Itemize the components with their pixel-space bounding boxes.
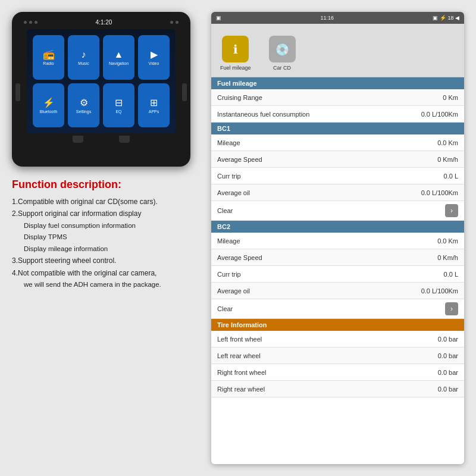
cruising-range-value: 0 Km	[443, 94, 458, 101]
dot5	[176, 21, 178, 24]
bc2-clear-label: Clear	[217, 305, 233, 312]
right-front-wheel-row: Right front wheel 0.0 bar	[211, 364, 464, 381]
func-item-2: 2.Support original car information displ…	[12, 208, 202, 220]
fuel-mileage-icon-box: ℹ	[222, 36, 249, 62]
right-front-wheel-value: 0.0 bar	[438, 369, 458, 376]
bc1-clear-row: Clear ›	[211, 201, 464, 221]
device-dot-row	[24, 21, 37, 24]
car-cd-label: Car CD	[273, 65, 291, 71]
bc1-avg-oil-value: 0.0 L/100Km	[421, 189, 458, 196]
mount-right	[119, 136, 130, 143]
android-screen: ▣ 11:16 ▣ ⚡ 18 ◀ ℹ Fuel mileage 💿 Car CD	[211, 12, 464, 464]
bc1-curr-trip-value: 0.0 L	[444, 173, 458, 180]
radio-label: Radio	[43, 61, 54, 65]
cruising-range-row: Cruising Range 0 Km	[211, 89, 464, 106]
device-top-bar: 4:1:20	[24, 19, 178, 26]
device-dot-row2	[170, 21, 178, 24]
right-rear-wheel-value: 0.0 bar	[438, 386, 458, 393]
func-item-3: 3.Support steering wheel control.	[12, 255, 202, 267]
app-eq[interactable]: ⊟ EQ	[103, 83, 134, 128]
app-radio[interactable]: 📻 Radio	[33, 35, 64, 80]
dot1	[24, 21, 27, 24]
right-front-wheel-label: Right front wheel	[217, 369, 267, 376]
dot2	[29, 21, 32, 24]
car-cd-icon: 💿	[275, 42, 290, 57]
bc2-header: BC2	[211, 221, 464, 233]
bc1-mileage-label: Mileage	[217, 139, 240, 146]
bc1-avg-speed-value: 0 Km/h	[437, 156, 458, 163]
instant-fuel-label: Instantaneous fuel consumption	[217, 111, 309, 118]
cruising-range-label: Cruising Range	[217, 94, 262, 101]
bc1-header: BC1	[211, 123, 464, 134]
function-description: Function description: 1.Compatible with …	[12, 176, 202, 294]
tire-info-header: Tire Information	[211, 319, 464, 331]
left-rear-wheel-row: Left rear wheel 0.0 bar	[211, 347, 464, 364]
car-unit-device: 4:1:20 📻 Radio ♪ Music ▲ Navig	[12, 12, 190, 167]
car-cd-icon-box: 💿	[269, 36, 296, 62]
side-button-left[interactable]	[15, 83, 20, 101]
bc1-clear-label: Clear	[217, 207, 233, 214]
bc2-mileage-row: Mileage 0.0 Km	[211, 233, 464, 249]
bluetooth-icon: ⚡	[43, 97, 55, 108]
app-navigation[interactable]: ▲ Navigation	[103, 35, 134, 80]
left-front-wheel-value: 0.0 bar	[438, 336, 458, 343]
right-rear-wheel-row: Right rear wheel 0.0 bar	[211, 381, 464, 397]
app-bluetooth[interactable]: ⚡ Bluetooth	[33, 83, 64, 128]
dot4	[170, 21, 173, 24]
side-button-right[interactable]	[182, 83, 187, 101]
settings-label: Settings	[76, 109, 91, 114]
bc2-avg-oil-value: 0.0 L/100Km	[421, 287, 458, 295]
nav-label: Navigation	[109, 61, 129, 65]
bc1-curr-trip-row: Curr trip 0.0 L	[211, 168, 464, 184]
func-item-4a: we will send the ADH camera in the packa…	[12, 279, 202, 291]
left-front-wheel-row: Left front wheel 0.0 bar	[211, 331, 464, 347]
app-car-cd[interactable]: 💿 Car CD	[269, 36, 296, 71]
left-side: 4:1:20 📻 Radio ♪ Music ▲ Navig	[12, 12, 202, 464]
instant-fuel-row: Instantaneous fuel consumption 0.0 L/100…	[211, 106, 464, 123]
left-rear-wheel-label: Left rear wheel	[217, 352, 261, 359]
bc2-avg-speed-value: 0 Km/h	[437, 254, 458, 261]
status-right-icons: ▣ ⚡ 18 ◀	[433, 15, 459, 21]
device-bottom-mounts	[73, 136, 130, 143]
bc2-avg-oil-label: Average oil	[217, 287, 250, 295]
bc2-clear-button[interactable]: ›	[445, 302, 458, 315]
func-item-2a: Display fuel consumption information	[12, 220, 202, 232]
bc1-curr-trip-label: Curr trip	[217, 173, 241, 180]
app-music[interactable]: ♪ Music	[68, 35, 99, 80]
bc2-mileage-label: Mileage	[217, 237, 240, 245]
video-icon: ▶	[151, 49, 158, 60]
bc2-curr-trip-row: Curr trip 0.0 L	[211, 266, 464, 283]
main-container: 4:1:20 📻 Radio ♪ Music ▲ Navig	[0, 0, 476, 476]
eq-label: EQ	[115, 109, 121, 114]
app-fuel-mileage[interactable]: ℹ Fuel mileage	[220, 36, 251, 71]
func-item-1: 1.Compatible with original car CD(some c…	[12, 196, 202, 208]
bc1-avg-speed-label: Average Speed	[217, 156, 262, 163]
fuel-mileage-label: Fuel mileage	[220, 65, 251, 71]
dot3	[35, 21, 37, 24]
app-apps[interactable]: ⊞ APPs	[138, 83, 170, 128]
settings-icon: ⚙	[80, 97, 88, 108]
bc1-avg-oil-row: Average oil 0.0 L/100Km	[211, 184, 464, 201]
app-settings[interactable]: ⚙ Settings	[68, 83, 99, 128]
fuel-mileage-header: Fuel mileage	[211, 77, 464, 89]
bc2-curr-trip-label: Curr trip	[217, 271, 241, 278]
nav-icon: ▲	[114, 49, 124, 60]
func-list: 1.Compatible with original car CD(some c…	[12, 196, 202, 291]
bc1-avg-speed-row: Average Speed 0 Km/h	[211, 151, 464, 168]
mount-left	[73, 136, 83, 143]
android-status-bar: ▣ 11:16 ▣ ⚡ 18 ◀	[211, 12, 464, 24]
bc1-clear-button[interactable]: ›	[445, 204, 458, 217]
instant-fuel-value: 0.0 L/100Km	[421, 111, 458, 118]
bc2-curr-trip-value: 0.0 L	[444, 271, 458, 278]
app-video[interactable]: ▶ Video	[138, 35, 170, 80]
bc2-avg-speed-label: Average Speed	[217, 254, 262, 261]
left-front-wheel-label: Left front wheel	[217, 336, 262, 343]
bc2-clear-row: Clear ›	[211, 299, 464, 319]
device-screen: 📻 Radio ♪ Music ▲ Navigation ▶ Video ⚡	[27, 29, 176, 133]
video-label: Video	[149, 61, 159, 65]
apps-label: APPs	[149, 109, 159, 114]
fuel-mileage-icon: ℹ	[233, 42, 238, 57]
device-time: 4:1:20	[96, 19, 112, 26]
radio-icon: 📻	[43, 49, 55, 60]
func-item-2c: Display mileage information	[12, 243, 202, 255]
